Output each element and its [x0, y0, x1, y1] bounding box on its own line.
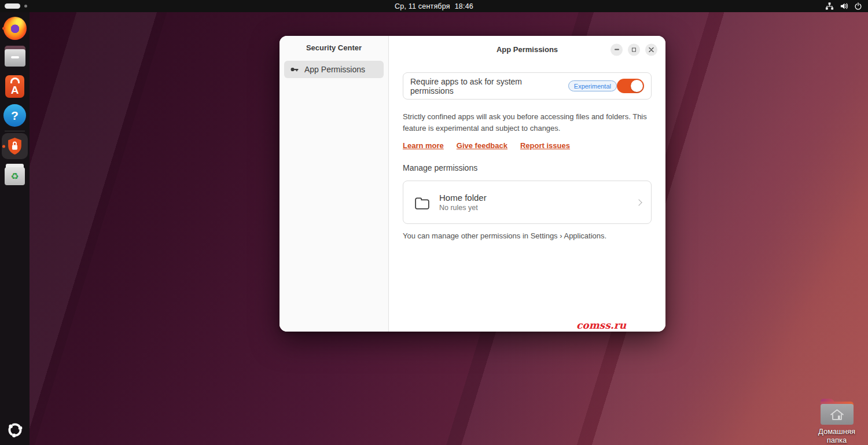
sidebar-header: Security Center [279, 36, 388, 60]
minimize-button[interactable] [610, 43, 623, 56]
volume-icon [840, 2, 848, 10]
security-center-window: Security Center App Permissions App Perm… [279, 36, 665, 332]
feature-description: Strictly confined apps will ask you befo… [403, 111, 652, 134]
maximize-button[interactable] [628, 43, 640, 56]
give-feedback-link[interactable]: Give feedback [457, 141, 507, 150]
report-issues-link[interactable]: Report issues [520, 141, 570, 150]
require-permissions-toggle[interactable] [617, 79, 644, 93]
top-bar: Ср, 11 сентября18:46 [0, 0, 868, 12]
dock-item-app-center[interactable]: A [0, 75, 30, 98]
chevron-right-icon [635, 199, 642, 205]
power-icon [854, 2, 862, 10]
house-icon [829, 408, 845, 421]
network-icon [825, 2, 834, 10]
window-header[interactable]: App Permissions [389, 36, 665, 63]
ubuntu-logo-icon [4, 419, 26, 441]
security-center-icon [2, 133, 28, 159]
system-status-area[interactable] [825, 0, 862, 12]
manage-permissions-label: Manage permissions [403, 163, 652, 172]
window-title: App Permissions [496, 45, 558, 54]
dock-item-help[interactable]: ? [0, 104, 30, 127]
home-folder-card[interactable]: Home folder No rules yet [403, 181, 652, 224]
dock-item-trash[interactable]: ♻ [0, 164, 30, 185]
dock-item-show-apps[interactable] [0, 419, 30, 441]
home-folder-subtitle: No rules yet [439, 204, 487, 212]
dock: A ? ♻ [0, 12, 30, 445]
sidebar-title: Security Center [306, 43, 362, 52]
sidebar-item-label: App Permissions [304, 65, 365, 74]
main-pane: App Permissions Require apps to ask for … [389, 36, 665, 332]
content-area: Require apps to ask for system permissio… [389, 63, 665, 332]
toggle-label: Require apps to ask for system permissio… [410, 77, 562, 95]
home-folder-desktop-icon [821, 399, 854, 425]
window-controls [610, 43, 657, 56]
app-center-icon: A [5, 75, 24, 98]
home-folder-title: Home folder [439, 193, 487, 203]
help-icon: ? [3, 104, 26, 127]
dock-item-security-center[interactable] [0, 133, 30, 159]
close-icon [649, 47, 654, 52]
key-icon [290, 65, 299, 74]
firefox-icon [3, 17, 27, 40]
home-folder-label: Домашняя папка [807, 427, 866, 444]
minimize-icon [615, 49, 619, 50]
watermark: comss.ru [576, 319, 626, 331]
running-indicator [2, 145, 5, 148]
sidebar: Security Center App Permissions [279, 36, 389, 332]
toggle-knob [631, 80, 643, 92]
home-folder-texts: Home folder No rules yet [439, 193, 487, 212]
folder-icon [413, 194, 431, 210]
close-button[interactable] [645, 43, 657, 56]
files-icon [5, 49, 25, 67]
running-indicator [2, 27, 5, 30]
settings-note: You can manage other permissions in Sett… [403, 231, 652, 240]
maximize-icon [632, 47, 636, 52]
links-row: Learn more Give feedback Report issues [403, 141, 652, 150]
dock-item-firefox[interactable] [0, 17, 30, 40]
require-permissions-row: Require apps to ask for system permissio… [403, 72, 652, 100]
experimental-badge: Experimental [568, 80, 617, 91]
clock[interactable]: Ср, 11 сентября18:46 [0, 2, 868, 10]
clock-date: Ср, 11 сентября [392, 2, 453, 10]
learn-more-link[interactable]: Learn more [403, 141, 444, 150]
clock-time: 18:46 [453, 2, 476, 10]
home-folder-shortcut[interactable]: Домашняя папка [807, 399, 866, 444]
dock-item-files[interactable] [0, 46, 30, 67]
dock-separator [5, 131, 25, 131]
sidebar-item-app-permissions[interactable]: App Permissions [284, 61, 384, 78]
trash-icon: ♻ [5, 164, 25, 185]
